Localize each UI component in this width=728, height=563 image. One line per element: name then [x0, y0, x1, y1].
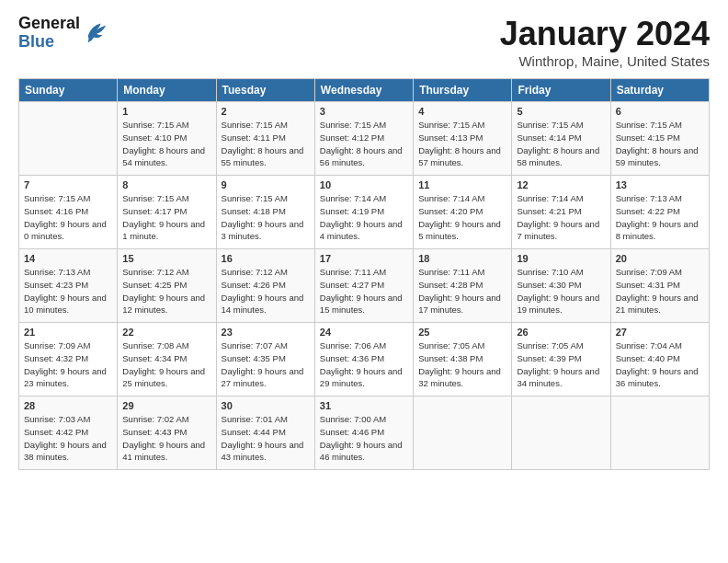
day-cell: 9Sunrise: 7:15 AMSunset: 4:18 PMDaylight…	[216, 176, 314, 249]
day-cell: 1Sunrise: 7:15 AMSunset: 4:10 PMDaylight…	[118, 102, 216, 176]
day-cell: 12Sunrise: 7:14 AMSunset: 4:21 PMDayligh…	[512, 176, 610, 249]
day-number: 16	[222, 253, 310, 264]
day-number: 10	[320, 179, 408, 190]
day-number: 9	[222, 179, 310, 190]
calendar-body: 1Sunrise: 7:15 AMSunset: 4:10 PMDaylight…	[19, 102, 710, 470]
day-number: 28	[24, 400, 112, 411]
day-number: 27	[616, 327, 704, 338]
day-cell	[512, 396, 610, 470]
title-area: January 2024 Winthrop, Maine, United Sta…	[500, 15, 710, 69]
day-number: 8	[122, 179, 210, 190]
logo: General Blue	[18, 15, 109, 52]
day-info: Sunrise: 7:15 AMSunset: 4:11 PMDaylight:…	[222, 119, 310, 169]
day-number: 24	[320, 327, 408, 338]
day-cell: 3Sunrise: 7:15 AMSunset: 4:12 PMDaylight…	[314, 102, 413, 176]
day-info: Sunrise: 7:08 AMSunset: 4:34 PMDaylight:…	[122, 339, 210, 390]
page-container: General Blue January 2024 Winthrop, Main…	[0, 0, 728, 479]
day-number: 30	[222, 400, 310, 411]
day-number: 23	[222, 327, 310, 338]
day-info: Sunrise: 7:07 AMSunset: 4:35 PMDaylight:…	[222, 339, 310, 390]
day-number: 29	[122, 400, 210, 411]
day-number: 26	[517, 327, 605, 338]
day-number: 20	[616, 253, 704, 264]
header-cell-friday: Friday	[512, 79, 610, 102]
day-cell	[19, 102, 118, 176]
day-number: 13	[616, 179, 704, 190]
day-cell: 2Sunrise: 7:15 AMSunset: 4:11 PMDaylight…	[216, 102, 314, 176]
day-cell: 22Sunrise: 7:08 AMSunset: 4:34 PMDayligh…	[118, 323, 216, 396]
day-number: 12	[517, 179, 605, 190]
day-info: Sunrise: 7:10 AMSunset: 4:30 PMDaylight:…	[517, 266, 605, 316]
day-info: Sunrise: 7:09 AMSunset: 4:31 PMDaylight:…	[616, 266, 704, 316]
day-number: 21	[24, 327, 112, 338]
day-info: Sunrise: 7:13 AMSunset: 4:22 PMDaylight:…	[616, 192, 704, 243]
day-number: 1	[122, 106, 210, 117]
day-cell: 14Sunrise: 7:13 AMSunset: 4:23 PMDayligh…	[19, 249, 118, 323]
day-cell: 17Sunrise: 7:11 AMSunset: 4:27 PMDayligh…	[314, 249, 413, 323]
day-number: 31	[320, 400, 408, 411]
day-number: 25	[418, 327, 506, 338]
month-title: January 2024	[500, 15, 710, 53]
location: Winthrop, Maine, United States	[500, 53, 710, 69]
day-number: 4	[418, 106, 506, 117]
day-info: Sunrise: 7:12 AMSunset: 4:26 PMDaylight:…	[222, 266, 310, 316]
day-info: Sunrise: 7:14 AMSunset: 4:20 PMDaylight:…	[418, 192, 506, 243]
day-info: Sunrise: 7:14 AMSunset: 4:21 PMDaylight:…	[517, 192, 605, 243]
day-cell: 19Sunrise: 7:10 AMSunset: 4:30 PMDayligh…	[512, 249, 610, 323]
day-info: Sunrise: 7:15 AMSunset: 4:17 PMDaylight:…	[122, 192, 210, 243]
day-cell: 5Sunrise: 7:15 AMSunset: 4:14 PMDaylight…	[512, 102, 610, 176]
day-cell: 29Sunrise: 7:02 AMSunset: 4:43 PMDayligh…	[118, 396, 216, 470]
day-info: Sunrise: 7:15 AMSunset: 4:14 PMDaylight:…	[517, 119, 605, 169]
day-number: 18	[418, 253, 506, 264]
day-info: Sunrise: 7:03 AMSunset: 4:42 PMDaylight:…	[24, 413, 112, 464]
day-cell: 25Sunrise: 7:05 AMSunset: 4:38 PMDayligh…	[414, 323, 512, 396]
day-info: Sunrise: 7:05 AMSunset: 4:38 PMDaylight:…	[418, 339, 506, 390]
header-cell-monday: Monday	[118, 79, 216, 102]
week-row-1: 7Sunrise: 7:15 AMSunset: 4:16 PMDaylight…	[19, 176, 710, 249]
day-cell: 31Sunrise: 7:00 AMSunset: 4:46 PMDayligh…	[314, 396, 413, 470]
day-cell: 27Sunrise: 7:04 AMSunset: 4:40 PMDayligh…	[610, 323, 709, 396]
header-row: SundayMondayTuesdayWednesdayThursdayFrid…	[19, 79, 710, 102]
header-cell-tuesday: Tuesday	[216, 79, 314, 102]
day-number: 19	[517, 253, 605, 264]
week-row-2: 14Sunrise: 7:13 AMSunset: 4:23 PMDayligh…	[19, 249, 710, 323]
day-cell	[414, 396, 512, 470]
day-cell: 6Sunrise: 7:15 AMSunset: 4:15 PMDaylight…	[610, 102, 709, 176]
day-cell: 16Sunrise: 7:12 AMSunset: 4:26 PMDayligh…	[216, 249, 314, 323]
logo-general: General	[18, 15, 80, 33]
header-cell-saturday: Saturday	[610, 79, 709, 102]
day-number: 3	[320, 106, 408, 117]
day-info: Sunrise: 7:15 AMSunset: 4:15 PMDaylight:…	[616, 119, 704, 169]
day-info: Sunrise: 7:11 AMSunset: 4:27 PMDaylight:…	[320, 266, 408, 316]
day-cell: 15Sunrise: 7:12 AMSunset: 4:25 PMDayligh…	[118, 249, 216, 323]
logo-bird-icon	[84, 18, 109, 44]
header-cell-thursday: Thursday	[414, 79, 512, 102]
day-info: Sunrise: 7:15 AMSunset: 4:12 PMDaylight:…	[320, 119, 408, 169]
day-info: Sunrise: 7:12 AMSunset: 4:25 PMDaylight:…	[122, 266, 210, 316]
day-cell: 24Sunrise: 7:06 AMSunset: 4:36 PMDayligh…	[314, 323, 413, 396]
calendar-header: SundayMondayTuesdayWednesdayThursdayFrid…	[19, 79, 710, 102]
week-row-0: 1Sunrise: 7:15 AMSunset: 4:10 PMDaylight…	[19, 102, 710, 176]
day-info: Sunrise: 7:14 AMSunset: 4:19 PMDaylight:…	[320, 192, 408, 243]
day-cell: 21Sunrise: 7:09 AMSunset: 4:32 PMDayligh…	[19, 323, 118, 396]
logo-blue: Blue	[18, 33, 80, 52]
day-info: Sunrise: 7:11 AMSunset: 4:28 PMDaylight:…	[418, 266, 506, 316]
day-cell: 30Sunrise: 7:01 AMSunset: 4:44 PMDayligh…	[216, 396, 314, 470]
day-info: Sunrise: 7:09 AMSunset: 4:32 PMDaylight:…	[24, 339, 112, 390]
logo-text: General Blue	[18, 15, 80, 52]
page-header: General Blue January 2024 Winthrop, Main…	[18, 15, 710, 69]
day-cell: 20Sunrise: 7:09 AMSunset: 4:31 PMDayligh…	[610, 249, 709, 323]
day-cell: 26Sunrise: 7:05 AMSunset: 4:39 PMDayligh…	[512, 323, 610, 396]
day-info: Sunrise: 7:04 AMSunset: 4:40 PMDaylight:…	[616, 339, 704, 390]
week-row-3: 21Sunrise: 7:09 AMSunset: 4:32 PMDayligh…	[19, 323, 710, 396]
header-cell-wednesday: Wednesday	[314, 79, 413, 102]
day-info: Sunrise: 7:01 AMSunset: 4:44 PMDaylight:…	[222, 413, 310, 464]
day-number: 15	[122, 253, 210, 264]
day-info: Sunrise: 7:15 AMSunset: 4:18 PMDaylight:…	[222, 192, 310, 243]
day-cell: 18Sunrise: 7:11 AMSunset: 4:28 PMDayligh…	[414, 249, 512, 323]
day-info: Sunrise: 7:00 AMSunset: 4:46 PMDaylight:…	[320, 413, 408, 464]
day-number: 22	[122, 327, 210, 338]
day-cell	[610, 396, 709, 470]
day-cell: 13Sunrise: 7:13 AMSunset: 4:22 PMDayligh…	[610, 176, 709, 249]
day-number: 7	[24, 179, 112, 190]
